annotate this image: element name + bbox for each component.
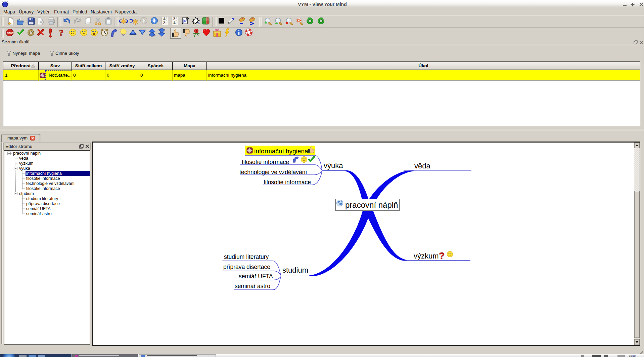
svg-text:semiář UFTA: semiář UFTA	[239, 273, 273, 280]
svg-text:?: ?	[439, 250, 445, 261]
svg-text:informační hygiena: informační hygiena	[254, 148, 308, 155]
svg-text:věda: věda	[414, 162, 430, 170]
svg-text:?: ?	[59, 28, 63, 38]
svg-text:technologie ve vzdělávání: technologie ve vzdělávání	[239, 169, 307, 175]
svg-text:studium: studium	[282, 266, 308, 274]
svg-text:příprava disertace: příprava disertace	[223, 264, 270, 270]
svg-text:filosofie informace: filosofie informace	[242, 159, 289, 165]
svg-text:výuka: výuka	[324, 161, 343, 170]
svg-text:A: A	[163, 17, 166, 21]
svg-text:pracovní náplň: pracovní náplň	[345, 200, 398, 209]
svg-text:filosofie informace: filosofie informace	[264, 179, 311, 186]
svg-text:Z: Z	[163, 21, 165, 25]
svg-text:A: A	[173, 21, 176, 25]
svg-text:Z: Z	[173, 17, 175, 21]
svg-text:studium literatury: studium literatury	[224, 253, 269, 260]
svg-text:seminář astro: seminář astro	[235, 283, 270, 289]
svg-text:STOP: STOP	[7, 32, 13, 34]
svg-text:výzkum: výzkum	[414, 252, 439, 260]
